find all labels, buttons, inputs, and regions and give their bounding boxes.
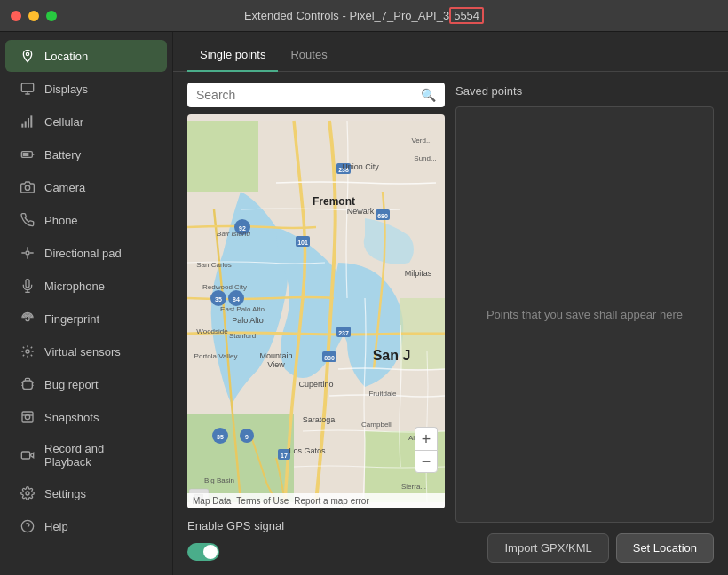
sidebar-item-battery[interactable]: Battery	[5, 138, 167, 170]
camera-icon	[20, 179, 36, 195]
sidebar-item-displays[interactable]: Displays	[5, 73, 167, 105]
svg-point-8	[26, 251, 29, 255]
svg-text:Fruitdale: Fruitdale	[368, 390, 397, 398]
sidebar-item-phone[interactable]: Phone	[5, 204, 167, 236]
sidebar-label-phone: Phone	[44, 214, 78, 227]
svg-text:9: 9	[245, 434, 249, 440]
minimize-button[interactable]	[28, 11, 39, 21]
sidebar-label-directional-pad: Directional pad	[44, 247, 122, 260]
sidebar-item-directional-pad[interactable]: Directional pad	[5, 237, 167, 269]
toggle-thumb	[203, 545, 218, 559]
tab-single-points[interactable]: Single points	[187, 43, 278, 72]
content-area: Single points Routes 🔍	[173, 32, 728, 575]
right-panel: Saved points Points that you save shall …	[455, 83, 714, 564]
snapshots-icon	[20, 409, 36, 425]
svg-rect-12	[22, 412, 33, 422]
tab-routes[interactable]: Routes	[278, 43, 339, 72]
sidebar-item-record-playback[interactable]: Record and Playback	[5, 434, 167, 477]
phone-icon	[20, 212, 36, 228]
battery-icon	[20, 146, 36, 162]
port-badge: 5554	[449, 7, 484, 24]
zoom-in-button[interactable]: +	[415, 427, 438, 450]
svg-rect-14	[21, 452, 29, 459]
svg-text:Milpitas: Milpitas	[405, 269, 432, 278]
sidebar-item-fingerprint[interactable]: Fingerprint	[5, 303, 167, 335]
svg-text:Fremont: Fremont	[313, 195, 355, 208]
svg-text:17: 17	[281, 453, 288, 459]
sidebar-item-bug-report[interactable]: Bug report	[5, 368, 167, 400]
cellular-icon	[20, 114, 36, 130]
svg-text:Cupertino: Cupertino	[298, 380, 333, 389]
svg-text:Bair Island: Bair Island	[217, 230, 250, 238]
record-playback-icon	[20, 447, 36, 463]
map-container: 92 84 35 880 680	[187, 114, 445, 508]
sidebar-item-cellular[interactable]: Cellular	[5, 106, 167, 138]
map-content: 🔍	[173, 72, 728, 575]
microphone-icon	[20, 278, 36, 294]
sidebar-item-help[interactable]: Help	[5, 510, 167, 542]
sidebar-label-cellular: Cellular	[44, 115, 83, 129]
svg-rect-1	[21, 124, 23, 128]
svg-text:84: 84	[233, 296, 240, 303]
svg-text:Big Basin: Big Basin	[204, 477, 234, 484]
svg-text:Newark: Newark	[347, 207, 375, 216]
svg-text:Stanford: Stanford	[229, 332, 256, 340]
svg-text:Sierra...: Sierra...	[401, 483, 426, 491]
sidebar-item-virtual-sensors[interactable]: Virtual sensors	[5, 335, 167, 367]
gps-label: Enable GPS signal	[187, 519, 284, 532]
svg-text:East Palo Alto: East Palo Alto	[220, 305, 265, 313]
svg-point-7	[25, 185, 29, 190]
svg-text:San Carlos: San Carlos	[196, 261, 232, 269]
close-button[interactable]	[11, 11, 21, 21]
title-text: Extended Controls - Pixel_7_Pro_API_3	[244, 9, 449, 22]
sidebar-item-microphone[interactable]: Microphone	[5, 270, 167, 302]
svg-text:Saratoga: Saratoga	[303, 415, 336, 424]
virtual-sensors-icon	[20, 343, 36, 359]
directional-pad-icon	[20, 245, 36, 261]
svg-text:680: 680	[377, 213, 388, 219]
sidebar-label-help: Help	[44, 520, 68, 533]
svg-text:35: 35	[217, 434, 224, 440]
terms-of-use-link[interactable]: Terms of Use	[236, 496, 289, 506]
svg-rect-6	[23, 153, 29, 156]
set-location-button[interactable]: Set Location	[616, 533, 714, 563]
sidebar-item-camera[interactable]: Camera	[5, 171, 167, 203]
sidebar-label-fingerprint: Fingerprint	[44, 312, 99, 326]
sidebar-label-location: Location	[44, 50, 88, 63]
sidebar-item-location[interactable]: Location	[5, 40, 167, 72]
svg-point-11	[26, 350, 29, 353]
displays-icon	[20, 81, 36, 97]
import-gpx-button[interactable]: Import GPX/KML	[487, 533, 608, 563]
svg-text:Verd...: Verd...	[411, 137, 431, 145]
sidebar-label-virtual-sensors: Virtual sensors	[44, 345, 121, 358]
maximize-button[interactable]	[46, 11, 57, 21]
search-bar[interactable]: 🔍	[187, 83, 445, 107]
sidebar-label-settings: Settings	[44, 487, 86, 500]
svg-text:Redwood City: Redwood City	[202, 283, 247, 291]
zoom-out-button[interactable]: −	[415, 450, 438, 473]
map-footer: Map Data Terms of Use Report a map error	[187, 493, 445, 508]
gps-row: Enable GPS signal	[187, 516, 445, 536]
map-section: 🔍	[187, 83, 445, 564]
search-input[interactable]	[196, 88, 414, 102]
report-error-link[interactable]: Report a map error	[294, 496, 368, 506]
gps-toggle-container	[187, 543, 445, 564]
map-svg: 92 84 35 880 680	[187, 114, 445, 508]
sidebar-item-snapshots[interactable]: Snapshots	[5, 401, 167, 433]
saved-points-empty-message: Points that you save shall appear here	[487, 308, 683, 321]
sidebar-label-microphone: Microphone	[44, 280, 105, 293]
sidebar-item-settings[interactable]: Settings	[5, 477, 167, 509]
title-bar: Extended Controls - Pixel_7_Pro_API_3555…	[0, 0, 728, 32]
svg-text:San J: San J	[373, 348, 411, 363]
svg-rect-3	[28, 118, 29, 128]
sidebar-label-bug-report: Bug report	[44, 378, 99, 391]
window-title: Extended Controls - Pixel_7_Pro_API_3555…	[244, 9, 484, 22]
sidebar-label-snapshots: Snapshots	[44, 411, 99, 424]
svg-text:Portola Valley: Portola Valley	[194, 352, 238, 360]
svg-text:Palo Alto: Palo Alto	[232, 316, 264, 325]
gps-toggle[interactable]	[187, 543, 219, 561]
sidebar-label-displays: Displays	[44, 83, 88, 96]
svg-rect-2	[25, 121, 27, 127]
svg-text:237: 237	[338, 330, 349, 336]
svg-text:Sund...: Sund...	[414, 154, 436, 162]
